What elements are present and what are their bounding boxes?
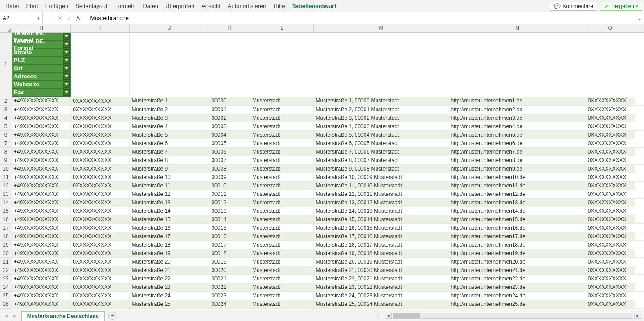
row-header[interactable]: 22	[0, 266, 12, 274]
table-cell[interactable]: Musterstadt	[250, 266, 313, 274]
table-cell[interactable]: 0XXXXXXXXXX	[71, 291, 130, 300]
formula-expand-icon[interactable]: ⌄	[635, 15, 644, 21]
filter-dropdown-icon[interactable]	[63, 33, 70, 40]
table-cell[interactable]: Musterstadt	[250, 130, 313, 139]
table-cell[interactable]: 0XXXXXXXXXX	[71, 190, 130, 198]
table-cell[interactable]: Musterstadt	[250, 97, 313, 105]
table-cell[interactable]: 0XXXXXXXXXX	[586, 215, 635, 223]
table-cell[interactable]: 00018	[209, 249, 250, 257]
table-cell[interactable]: Musterstraße 24, 00023 Musterstadt	[314, 291, 449, 300]
table-cell[interactable]: Musterstraße 9	[130, 164, 209, 173]
formula-input[interactable]	[88, 15, 635, 21]
table-cell[interactable]: 0XXXXXXXXXX	[586, 207, 635, 215]
row-header[interactable]: 3	[0, 105, 12, 114]
table-cell[interactable]: Musterstraße 12	[130, 190, 209, 198]
table-cell[interactable]: http://musterunternehmen16.de	[449, 223, 586, 232]
table-cell[interactable]: Musterstadt	[250, 249, 313, 257]
table-cell[interactable]: 0XXXXXXXXXX	[586, 274, 635, 283]
table-cell[interactable]: http://musterunternehmen6.de	[449, 139, 586, 147]
table-cell[interactable]: Musterstraße 5, 00004 Musterstadt	[314, 130, 449, 139]
ribbon-tab-überprüfen[interactable]: Überprüfen	[162, 1, 198, 11]
row-header[interactable]: 15	[0, 207, 12, 215]
table-cell[interactable]: Musterstraße 4, 00003 Musterstadt	[314, 122, 449, 130]
table-cell[interactable]: 0XXXXXXXXXX	[586, 164, 635, 173]
table-cell[interactable]: 0XXXXXXXXXX	[586, 190, 635, 198]
hscroll-track[interactable]	[393, 313, 633, 319]
table-cell[interactable]: Musterstadt	[250, 257, 313, 266]
table-cell[interactable]: 0XXXXXXXXXX	[586, 240, 635, 249]
table-cell[interactable]: 0XXXXXXXXXX	[71, 156, 130, 164]
table-cell[interactable]: Musterstraße 17	[130, 232, 209, 240]
table-cell[interactable]: Musterstraße 13	[130, 198, 209, 207]
ribbon-tab-hilfe[interactable]: Hilfe	[270, 1, 289, 11]
column-header[interactable]: O	[586, 24, 635, 33]
ribbon-tab-daten[interactable]: Daten	[139, 1, 162, 11]
table-cell[interactable]: Musterstadt	[250, 198, 313, 207]
table-cell[interactable]: 0XXXXXXXXXX	[586, 173, 635, 181]
table-cell[interactable]: 0XXXXXXXXXX	[586, 139, 635, 147]
hscroll-left-button[interactable]: ◄	[385, 313, 392, 319]
table-cell[interactable]: Musterstraße 13, 00012 Musterstadt	[314, 198, 449, 207]
table-cell[interactable]: +49XXXXXXXXXX	[12, 122, 70, 130]
table-cell[interactable]: Musterstraße 21	[130, 266, 209, 274]
table-cell[interactable]: 00010	[209, 181, 250, 190]
table-cell[interactable]: Musterstadt	[250, 156, 313, 164]
table-cell[interactable]: Musterstraße 3	[130, 114, 209, 122]
table-cell[interactable]: +49XXXXXXXXXX	[12, 105, 70, 114]
table-cell[interactable]: Musterstraße 19	[130, 249, 209, 257]
table-cell[interactable]: Musterstadt	[250, 215, 313, 223]
table-cell[interactable]: 0XXXXXXXXXX	[71, 122, 130, 130]
table-cell[interactable]: http://musterunternehmen13.de	[449, 198, 586, 207]
table-cell[interactable]: 00011	[209, 190, 250, 198]
table-cell[interactable]: Musterstadt	[250, 181, 313, 190]
table-header-cell[interactable]: Fax	[12, 89, 71, 97]
ribbon-tab-start[interactable]: Start	[22, 1, 41, 11]
filter-dropdown-icon[interactable]	[63, 89, 70, 96]
filter-dropdown-icon[interactable]	[63, 41, 69, 48]
row-header[interactable]: 26	[0, 300, 12, 308]
table-header-cell[interactable]: Ort	[12, 65, 71, 73]
accept-formula-icon[interactable]: ✓	[67, 15, 72, 21]
table-cell[interactable]: +49XXXXXXXXXX	[12, 97, 70, 105]
filter-dropdown-icon[interactable]	[63, 65, 70, 72]
table-cell[interactable]: Musterstraße 8	[130, 156, 209, 164]
row-header[interactable]: 19	[0, 240, 12, 249]
table-cell[interactable]: Musterstraße 23, 00022 Musterstadt	[314, 283, 449, 291]
comments-button[interactable]: 💬 Kommentare	[550, 2, 597, 11]
row-header[interactable]: 20	[0, 249, 12, 257]
table-cell[interactable]: Musterstraße 20, 00019 Musterstadt	[314, 257, 449, 266]
table-cell[interactable]: 0XXXXXXXXXX	[586, 198, 635, 207]
table-cell[interactable]: Musterstraße 3, 00002 Musterstadt	[314, 114, 449, 122]
table-cell[interactable]: Musterstraße 15, 00014 Musterstadt	[314, 215, 449, 223]
add-sheet-button[interactable]: +	[108, 312, 116, 320]
table-cell[interactable]: Musterstraße 21, 00020 Musterstadt	[314, 266, 449, 274]
table-cell[interactable]: Musterstraße 18	[130, 240, 209, 249]
row-header[interactable]: 1	[0, 33, 12, 97]
table-cell[interactable]: 0XXXXXXXXXX	[71, 207, 130, 215]
table-cell[interactable]: 00021	[209, 274, 250, 283]
table-cell[interactable]: 0XXXXXXXXXX	[586, 114, 635, 122]
column-header[interactable]: K	[209, 24, 250, 33]
table-cell[interactable]: +49XXXXXXXXXX	[12, 207, 70, 215]
table-cell[interactable]: http://musterunternehmen24.de	[449, 291, 586, 300]
table-cell[interactable]: 00004	[209, 130, 250, 139]
table-cell[interactable]: 0XXXXXXXXXX	[586, 266, 635, 274]
table-cell[interactable]: 0XXXXXXXXXX	[71, 164, 130, 173]
table-cell[interactable]: +49XXXXXXXXXX	[12, 139, 70, 147]
table-cell[interactable]: Musterstraße 17, 00016 Musterstadt	[314, 232, 449, 240]
table-cell[interactable]: Musterstraße 24	[130, 291, 209, 300]
sheet-nav-prev-icon[interactable]: ◄	[4, 313, 9, 319]
ribbon-tab-seitenlayout[interactable]: Seitenlayout	[72, 1, 111, 11]
column-header[interactable]: N	[449, 24, 586, 33]
table-cell[interactable]: Musterstraße 22, 00021 Musterstadt	[314, 274, 449, 283]
table-cell[interactable]: 0XXXXXXXXXX	[71, 223, 130, 232]
table-cell[interactable]: http://musterunternehmen9.de	[449, 164, 586, 173]
table-cell[interactable]: 0XXXXXXXXXX	[71, 198, 130, 207]
table-cell[interactable]: http://musterunternehmen10.de	[449, 173, 586, 181]
table-cell[interactable]: Musterstadt	[250, 139, 313, 147]
table-cell[interactable]: 0XXXXXXXXXX	[71, 240, 130, 249]
table-cell[interactable]: 0XXXXXXXXXX	[71, 274, 130, 283]
table-cell[interactable]: 00009	[209, 173, 250, 181]
table-cell[interactable]: 00006	[209, 147, 250, 156]
row-header[interactable]: 18	[0, 232, 12, 240]
